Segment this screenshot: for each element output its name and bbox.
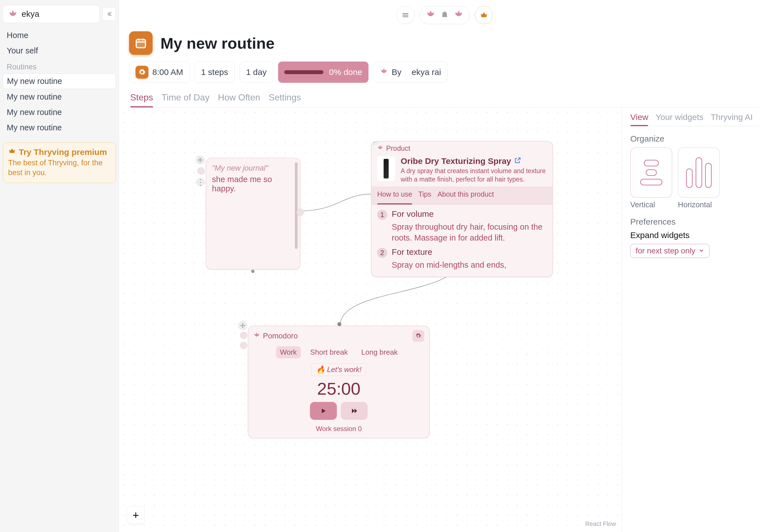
product-image (377, 156, 395, 181)
product-tab-tips[interactable]: Tips (418, 190, 431, 201)
routines-section-header: Routines (3, 59, 116, 73)
product-tab-about[interactable]: About this product (437, 190, 494, 201)
product-step-title: For volume (392, 209, 434, 220)
rtab-widgets[interactable]: Your widgets (656, 112, 703, 126)
lotus-icon (380, 67, 388, 77)
product-step-desc: Spray on mid-lengths and ends, (392, 260, 547, 270)
flow-canvas[interactable]: ⋮ "My new journal" she made me so happy. (119, 107, 622, 532)
lotus-icon (426, 10, 435, 21)
node-port[interactable] (240, 332, 247, 339)
steps-label: 1 steps (201, 67, 228, 77)
product-title: Oribe Dry Texturizing Spray (401, 156, 511, 166)
external-link-icon[interactable] (514, 156, 521, 166)
product-node[interactable]: Product Oribe Dry Texturizing Spray (371, 141, 553, 277)
tab-steps[interactable]: Steps (130, 92, 153, 107)
lotus-icon (454, 10, 463, 21)
preferences-header: Preferences (630, 217, 762, 227)
progress-chip[interactable]: 0% done (278, 62, 368, 83)
gear-icon (135, 66, 148, 79)
premium-card[interactable]: Try Thryving premium The best of Thryvin… (3, 142, 116, 183)
pomodoro-session: Work session 0 (248, 425, 429, 433)
topbar (119, 0, 770, 26)
menu-button[interactable] (396, 6, 414, 24)
tab-how-often[interactable]: How Often (218, 92, 260, 107)
node-port[interactable] (337, 322, 341, 326)
pomodoro-tab-short[interactable]: Short break (306, 346, 352, 358)
tab-settings[interactable]: Settings (269, 92, 301, 107)
routine-link[interactable]: My new routine (3, 120, 116, 135)
pomodoro-tab-long[interactable]: Long break (357, 346, 402, 358)
node-port[interactable] (251, 270, 255, 273)
by-label: By (392, 67, 402, 77)
next-button[interactable] (341, 402, 368, 420)
page-title: My new routine (160, 34, 275, 52)
product-tag: Product (386, 144, 410, 152)
play-button[interactable] (310, 402, 337, 420)
crown-icon (8, 147, 16, 157)
freq-label: 1 day (246, 67, 267, 77)
pomodoro-tab-work[interactable]: Work (276, 346, 301, 358)
layout-vertical[interactable] (630, 147, 672, 198)
rtab-ai[interactable]: Thryving AI (711, 112, 753, 126)
more-icon[interactable]: ⋮ (196, 178, 205, 186)
premium-subtitle: The best of Thryving, for the best in yo… (8, 158, 111, 178)
routine-link[interactable]: My new routine (3, 90, 116, 104)
product-step-title: For texture (392, 247, 432, 258)
add-step-button[interactable]: + (127, 506, 145, 524)
expand-widgets-select[interactable]: for next step only (630, 244, 710, 258)
node-port[interactable] (240, 342, 247, 349)
lotus-icon (377, 144, 383, 152)
progress-bar (284, 70, 323, 74)
organize-header: Organize (630, 134, 762, 143)
routine-link[interactable]: My new routine (3, 105, 116, 120)
move-icon[interactable] (196, 156, 205, 164)
author-name: ekya rai (412, 67, 441, 77)
layout-horizontal[interactable] (678, 147, 720, 198)
time-of-day-chip[interactable]: 8:00 AM (129, 62, 189, 83)
pomodoro-settings-button[interactable] (412, 330, 424, 342)
routine-icon (129, 31, 152, 55)
bag-icon (440, 10, 449, 20)
pomodoro-title: Pomodoro (263, 332, 298, 340)
lotus-icon (8, 9, 18, 19)
crown-button[interactable] (475, 6, 493, 24)
expand-widgets-value: for next step only (636, 246, 695, 255)
journal-body[interactable]: she made me so happy. (212, 175, 294, 193)
steps-chip[interactable]: 1 steps (195, 62, 235, 83)
layout-horizontal-label: Horizontal (678, 201, 720, 209)
rtab-view[interactable]: View (630, 112, 648, 126)
pomodoro-node[interactable]: Pomodoro Work Short break Long break 🔥 L… (248, 326, 430, 438)
premium-title: Try Thryving premium (19, 147, 107, 157)
frequency-chip[interactable]: 1 day (240, 62, 273, 83)
collapse-sidebar-button[interactable] (102, 7, 116, 21)
right-panel: View Your widgets Thryving AI Organize (622, 107, 770, 532)
product-tab-how-to-use[interactable]: How to use (377, 190, 412, 201)
scrollbar[interactable] (295, 162, 298, 249)
move-icon[interactable] (238, 321, 247, 330)
product-description: A dry spray that creates instant volume … (401, 167, 547, 184)
journal-placeholder: "My new journal" (212, 164, 294, 173)
expand-widgets-label: Expand widgets (630, 230, 762, 240)
pomodoro-lets: 🔥 Let's work! (311, 363, 367, 376)
time-label: 8:00 AM (152, 67, 183, 77)
layout-vertical-label: Vertical (630, 201, 672, 209)
workspace-name: ekya (22, 9, 39, 19)
node-port[interactable] (297, 209, 304, 216)
nav-home[interactable]: Home (3, 28, 116, 43)
node-port[interactable] (198, 167, 205, 175)
progress-label: 0% done (329, 67, 362, 77)
app-pill[interactable] (419, 6, 470, 24)
svg-rect-3 (136, 39, 145, 48)
sidebar: ekya Home Your self Routines My new rout… (0, 0, 119, 532)
journal-node[interactable]: ⋮ "My new journal" she made me so happy. (206, 158, 301, 270)
author-chip[interactable]: By ekya rai (374, 62, 447, 83)
pomodoro-timer: 25:00 (248, 379, 429, 399)
attribution: React Flow (585, 520, 616, 528)
nav-your-self[interactable]: Your self (3, 43, 116, 58)
tab-time-of-day[interactable]: Time of Day (161, 92, 210, 107)
product-step-desc: Spray throughout dry hair, focusing on t… (392, 222, 547, 243)
routine-link[interactable]: My new routine (3, 74, 116, 89)
workspace-switcher[interactable]: ekya (3, 5, 100, 23)
chevron-down-icon (699, 246, 704, 255)
lotus-icon (254, 332, 260, 340)
